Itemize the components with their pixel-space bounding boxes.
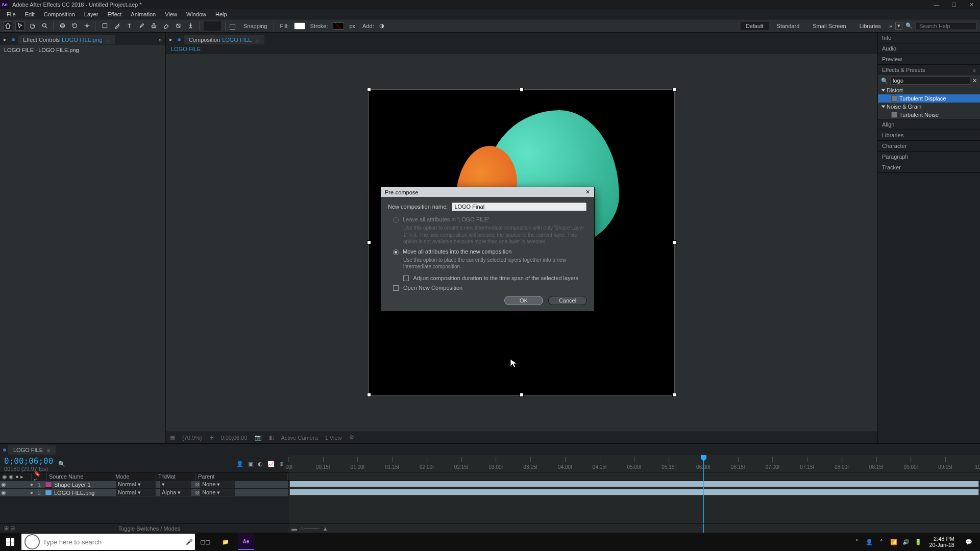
viewer-grid-icon[interactable]: ▦ — [170, 434, 175, 441]
view-count[interactable]: 1 View — [325, 435, 342, 441]
fill-swatch[interactable] — [294, 22, 305, 30]
transform-handle[interactable] — [672, 88, 676, 92]
anchor-tool-icon[interactable] — [82, 21, 91, 31]
layer-name[interactable]: LOGO FILE.png — [54, 490, 115, 496]
panel-character[interactable]: Character — [878, 141, 980, 151]
layer-row[interactable]: ◉▸1Shape Layer 1Normal ▾ ▾⊚None ▾ — [0, 481, 288, 489]
workspace-default[interactable]: Default — [741, 22, 769, 30]
trkmat-select[interactable]: Alpha ▾ — [159, 489, 192, 496]
menu-file[interactable]: File — [2, 11, 20, 17]
zoom-tool-icon[interactable] — [40, 21, 49, 31]
visibility-toggle-icon[interactable]: ◉ — [0, 481, 7, 488]
tray-chevron-icon[interactable]: ˄ — [876, 539, 887, 545]
start-button[interactable] — [0, 533, 20, 551]
axis-mode-icon[interactable] — [204, 21, 221, 31]
clear-search-icon[interactable]: ✕ — [972, 78, 977, 84]
current-time-indicator[interactable] — [703, 455, 704, 533]
blend-mode-select[interactable]: Normal ▾ — [115, 489, 156, 496]
snapping-checkbox[interactable] — [230, 24, 235, 30]
trkmat-select[interactable]: ▾ — [159, 481, 192, 488]
dialog-titlebar[interactable]: Pre-compose ✕ — [381, 187, 594, 197]
shy-icon[interactable]: 👤 — [236, 461, 243, 467]
panel-effects-presets[interactable]: Effects & Presets ≡ — [878, 65, 980, 75]
layer-bar-2[interactable] — [289, 489, 979, 495]
workspace-small-screen[interactable]: Small Screen — [807, 22, 851, 30]
panel-libraries[interactable]: Libraries — [878, 130, 980, 140]
panel-overflow-icon[interactable]: » — [157, 37, 164, 43]
comp-tab-menu-icon[interactable]: ≡ — [256, 37, 259, 43]
pen-tool-icon[interactable] — [112, 21, 121, 31]
volume-icon[interactable]: 🔊 — [900, 539, 912, 545]
motion-blur-icon[interactable]: ◐ — [258, 461, 263, 467]
effects-group[interactable]: Distort — [878, 86, 980, 94]
home-tool-icon[interactable] — [3, 21, 12, 31]
channel-icon[interactable]: ◧ — [269, 434, 274, 441]
layer-color-label[interactable] — [45, 482, 52, 488]
project-collapse-icon[interactable]: ▸ — [2, 36, 9, 43]
visibility-toggle-icon[interactable]: ◉ — [0, 489, 7, 496]
menu-effect[interactable]: Effect — [103, 11, 126, 17]
transfer-controls-icon[interactable]: ⊞ ⊟ — [4, 525, 15, 532]
transform-handle[interactable] — [520, 393, 524, 397]
blend-mode-select[interactable]: Normal ▾ — [115, 481, 156, 488]
zoom-slider[interactable]: ○──── — [300, 525, 320, 532]
taskbar-clock[interactable]: 2:48 PM 20-Jan-18 — [925, 536, 959, 548]
transform-handle[interactable] — [520, 88, 524, 92]
composition-tab[interactable]: Composition LOGO FILE ≡ — [184, 35, 264, 44]
timeline-tab-menu-icon[interactable]: ≡ — [47, 447, 50, 453]
help-search-input[interactable] — [916, 22, 977, 30]
effect-controls-tab[interactable]: Effect Controls LOGO FILE.png ≡ — [18, 35, 115, 44]
timecode-search-icon[interactable]: 🔍 — [58, 461, 65, 467]
ok-button[interactable]: OK — [504, 296, 543, 305]
after-effects-taskbar-icon[interactable]: Ae — [238, 534, 254, 550]
viewer-collapse-icon[interactable]: ▸ — [167, 36, 175, 43]
hand-tool-icon[interactable] — [28, 21, 37, 31]
people-icon[interactable]: 👤 — [864, 539, 875, 545]
eraser-tool-icon[interactable] — [161, 21, 170, 31]
cortana-icon[interactable] — [24, 534, 40, 549]
menu-help[interactable]: Help — [211, 11, 232, 17]
panel-audio[interactable]: Audio — [878, 43, 980, 54]
action-center-icon[interactable]: 💬 — [960, 539, 978, 545]
file-explorer-icon[interactable]: 📁 — [215, 533, 236, 551]
layer-row[interactable]: ◉▸2LOGO FILE.pngNormal ▾Alpha ▾⊚None ▾ — [0, 489, 288, 497]
workspace-standard[interactable]: Standard — [772, 22, 805, 30]
toggle-switches-button[interactable]: Toggle Switches / Modes — [15, 525, 284, 532]
selection-tool-icon[interactable] — [15, 21, 24, 31]
taskbar-search[interactable]: 🎤 — [21, 534, 195, 550]
ec-tab-menu-icon[interactable]: ≡ — [106, 37, 109, 43]
rotate-tool-icon[interactable] — [70, 21, 79, 31]
layer-bar-1[interactable] — [289, 481, 979, 487]
brush-tool-icon[interactable] — [137, 21, 146, 31]
roto-tool-icon[interactable] — [174, 21, 183, 31]
transform-handle[interactable] — [672, 240, 676, 244]
transform-handle[interactable] — [672, 393, 676, 397]
add-button-icon[interactable]: ◑ — [379, 22, 384, 29]
puppet-tool-icon[interactable] — [186, 21, 195, 31]
parent-select[interactable]: None ▾ — [200, 489, 235, 496]
text-tool-icon[interactable] — [125, 21, 134, 31]
current-timecode[interactable]: 0;00;06;00 — [4, 456, 53, 466]
task-view-icon[interactable]: ▢▢ — [195, 533, 215, 551]
menu-edit[interactable]: Edit — [20, 11, 39, 17]
rect-tool-icon[interactable] — [100, 21, 109, 31]
resolution-icon[interactable]: ⊞ — [209, 434, 214, 441]
layer-color-label[interactable] — [45, 490, 52, 496]
network-icon[interactable]: 📶 — [888, 539, 899, 545]
tray-overflow-icon[interactable]: ˄ — [851, 539, 863, 545]
viewer-gear-icon[interactable]: ⚙ — [349, 434, 354, 441]
frame-blend-icon[interactable]: ▣ — [248, 461, 253, 467]
transform-handle[interactable] — [367, 88, 371, 92]
menu-view[interactable]: View — [160, 11, 182, 17]
comp-name-input[interactable] — [452, 202, 587, 211]
minimize-button[interactable]: — — [928, 0, 945, 9]
effects-panel-menu-icon[interactable]: ≡ — [973, 67, 976, 73]
effects-group[interactable]: Noise & Grain — [878, 103, 980, 111]
stamp-tool-icon[interactable] — [149, 21, 158, 31]
timeline-tab[interactable]: LOGO FILE ≡ — [8, 445, 56, 455]
time-ruler[interactable]: :00f00:15f01:00f01:15f02:00f02:15f03:00f… — [288, 455, 980, 472]
brainstorm-icon[interactable]: ⊛ — [279, 461, 284, 467]
zoom-in-icon[interactable]: ▲ — [323, 525, 328, 532]
viewer-time[interactable]: 0;00;06;00 — [221, 435, 248, 441]
panel-tracker[interactable]: Tracker — [878, 162, 980, 172]
